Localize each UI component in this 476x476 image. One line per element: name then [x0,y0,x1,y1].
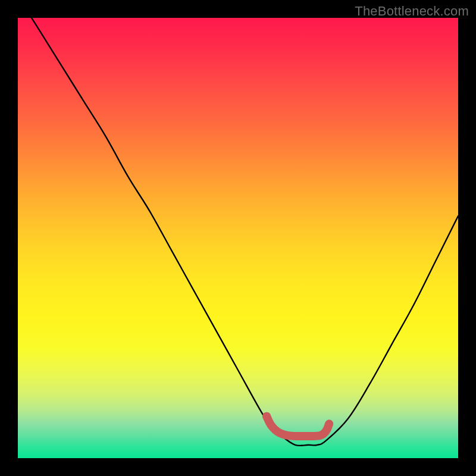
chart-stage: TheBottleneck.com [0,0,476,476]
indicator-layer [18,18,458,458]
watermark-text: TheBottleneck.com [355,4,469,19]
optimal-range-indicator [267,416,329,436]
indicator-start-dot [262,412,271,421]
plot-area [18,18,458,458]
